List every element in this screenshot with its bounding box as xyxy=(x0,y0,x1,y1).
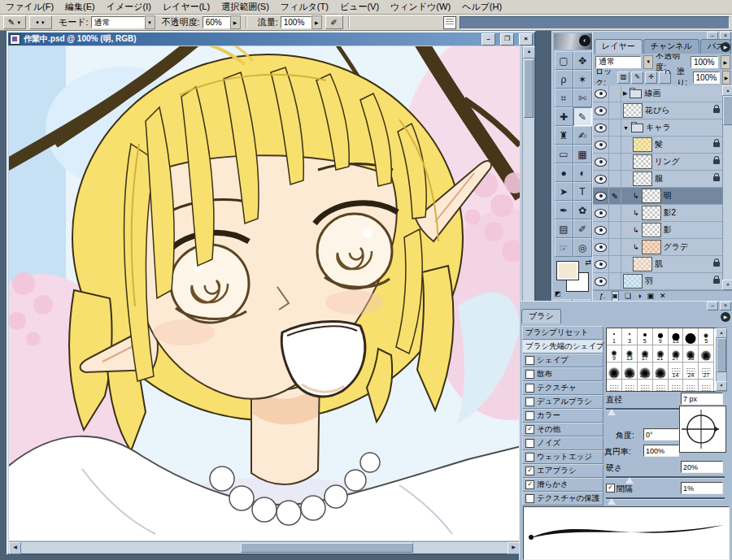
scroll-left-button[interactable]: ◀ xyxy=(9,542,21,554)
scroll-right-button[interactable]: ▶ xyxy=(508,542,520,554)
scroll-up-button[interactable]: ▲ xyxy=(722,85,732,96)
checkbox[interactable] xyxy=(525,439,534,448)
lock-paint-toggle[interactable]: ✎ xyxy=(631,72,643,84)
brush-preset[interactable]: 14 xyxy=(669,362,684,380)
layer-content[interactable]: ▶線画 xyxy=(621,85,723,102)
horizontal-scroll-thumb[interactable] xyxy=(241,543,413,553)
layer-row[interactable]: ▶線画 xyxy=(593,85,723,102)
slider-thumb[interactable] xyxy=(608,409,616,415)
tool-magic-wand[interactable]: ✶ xyxy=(573,70,592,89)
visibility-toggle[interactable] xyxy=(593,222,609,238)
checkbox[interactable] xyxy=(525,397,534,406)
slider-thumb[interactable] xyxy=(608,498,616,505)
scroll-down-button[interactable]: ▼ xyxy=(722,280,732,290)
layer-content[interactable]: 花びら xyxy=(621,102,723,119)
tool-crop[interactable]: ⌗ xyxy=(555,89,573,107)
adjustment-layer-button[interactable]: ◑ xyxy=(637,292,641,301)
brush-scroll-thumb[interactable] xyxy=(717,338,726,372)
visibility-toggle[interactable] xyxy=(593,205,609,221)
toolbox-banner[interactable]: ◐ xyxy=(554,33,592,50)
brush-section-7[interactable]: ✓その他 xyxy=(522,423,603,436)
palette-menu-button[interactable]: ▶ xyxy=(721,312,730,322)
new-group-button[interactable]: ❏ xyxy=(625,292,631,301)
layer-content[interactable]: 羽 xyxy=(621,273,723,289)
default-colors-icon[interactable]: ◩ xyxy=(555,290,561,297)
expander-icon[interactable]: ▶ xyxy=(623,90,627,97)
brush-section-6[interactable]: カラー xyxy=(522,409,603,423)
swap-colors-icon[interactable]: ⇄ xyxy=(585,258,591,267)
layer-content[interactable]: ↳グラデ xyxy=(621,239,723,255)
layer-row[interactable]: ↳影 xyxy=(593,222,723,239)
tool-dodge[interactable]: ◐ xyxy=(573,163,592,182)
brush-preset-picker[interactable]: • ▼ xyxy=(29,15,52,29)
checkbox[interactable]: ✓ xyxy=(525,467,534,475)
checkbox[interactable] xyxy=(525,411,534,420)
layer-row[interactable]: ↳グラデ xyxy=(593,239,723,256)
brush-section-11[interactable]: ✓滑らかさ xyxy=(522,478,603,492)
opacity-input[interactable]: 60% xyxy=(203,16,230,28)
brush-section-1[interactable]: ブラシ先端のシェイプ xyxy=(522,340,603,354)
brush-grid-scrollbar[interactable]: ▲ ▼ xyxy=(716,328,727,392)
lock-position-toggle[interactable]: ✛ xyxy=(645,72,657,84)
delete-layer-button[interactable]: ✕ xyxy=(660,292,666,301)
tool-type[interactable]: T xyxy=(573,182,592,201)
brush-section-3[interactable]: 散布 xyxy=(522,367,603,381)
brush-section-9[interactable]: ウェットエッジ xyxy=(522,450,603,464)
tool-eraser[interactable]: ▭ xyxy=(555,145,573,163)
brush-section-8[interactable]: ノイズ xyxy=(522,436,603,450)
tool-slice[interactable]: ✄ xyxy=(573,89,592,107)
visibility-toggle[interactable] xyxy=(593,188,609,204)
diameter-input[interactable]: 7 px xyxy=(681,393,723,405)
foreground-color-swatch[interactable] xyxy=(556,261,579,280)
layer-opacity-spinner[interactable]: ▶ xyxy=(721,55,730,69)
menu-item-2[interactable]: イメージ(I) xyxy=(101,0,157,14)
tool-path-select[interactable]: ➤ xyxy=(555,182,573,201)
layer-row[interactable]: ↳影2 xyxy=(593,205,723,222)
visibility-toggle[interactable] xyxy=(593,85,609,102)
angle-input[interactable]: 0° xyxy=(643,428,679,441)
brush-preset[interactable]: 24 xyxy=(683,362,699,380)
spacing-slider[interactable] xyxy=(606,497,725,505)
visibility-toggle[interactable] xyxy=(593,119,609,136)
roundness-input[interactable]: 100% xyxy=(643,445,679,457)
brush-preset[interactable]: 5 xyxy=(699,328,714,345)
checkbox[interactable]: ✓ xyxy=(525,425,534,434)
tool-pen[interactable]: ✒ xyxy=(555,201,573,219)
brush-preset[interactable] xyxy=(683,380,699,392)
layer-row[interactable]: ✎↳明 xyxy=(593,188,723,205)
scroll-up-button[interactable]: ▲ xyxy=(523,46,535,59)
menu-item-5[interactable]: フィルタ(T) xyxy=(275,0,334,14)
checkbox[interactable]: ✓ xyxy=(525,480,534,489)
expander-icon[interactable]: ▼ xyxy=(623,125,629,131)
tool-move[interactable]: ✥ xyxy=(573,51,592,70)
tool-clone-stamp[interactable]: ♜ xyxy=(555,126,573,145)
brush-section-12[interactable]: テクスチャの保護 xyxy=(522,492,603,506)
menu-item-6[interactable]: ビュー(V) xyxy=(334,0,385,14)
layer-content[interactable]: 肌 xyxy=(621,256,723,272)
brush-preset[interactable] xyxy=(669,380,684,392)
tool-notes[interactable]: ▤ xyxy=(555,219,573,238)
opacity-spinner[interactable]: ▶ xyxy=(230,15,241,29)
file-browser-button[interactable] xyxy=(443,16,456,29)
tool-eyedropper[interactable]: ✐ xyxy=(573,219,592,238)
brush-preset[interactable]: 35 xyxy=(683,345,699,362)
brush-preset[interactable] xyxy=(607,380,622,392)
checkbox[interactable] xyxy=(525,384,534,393)
visibility-toggle[interactable] xyxy=(593,171,609,187)
menu-item-3[interactable]: レイヤー(L) xyxy=(157,0,216,14)
layer-mask-button[interactable]: ◙ xyxy=(612,291,619,302)
layer-opacity-input[interactable]: 100% xyxy=(691,56,718,68)
tool-brush[interactable]: ✎ xyxy=(573,107,592,126)
brush-preset[interactable] xyxy=(622,380,638,392)
layer-effects-button[interactable]: ƒ. xyxy=(599,292,606,301)
layer-content[interactable]: ▼キャラ xyxy=(621,119,723,136)
horizontal-scrollbar[interactable]: ◀ ▶ xyxy=(9,541,520,553)
layer-row[interactable]: 髪 xyxy=(593,137,723,154)
brush-preset[interactable]: 27 xyxy=(699,362,714,380)
brush-preset[interactable]: 27 xyxy=(669,345,684,362)
blend-mode-dropdown[interactable]: ▼ xyxy=(643,55,653,69)
palette-menu-button[interactable]: ▶ xyxy=(721,42,730,52)
layer-row[interactable]: リング xyxy=(593,154,723,171)
document-title-bar[interactable]: 作業中.psd @ 100% (明, RGB) – ❐ × xyxy=(8,33,534,46)
vertical-scroll-thumb[interactable] xyxy=(524,59,534,118)
